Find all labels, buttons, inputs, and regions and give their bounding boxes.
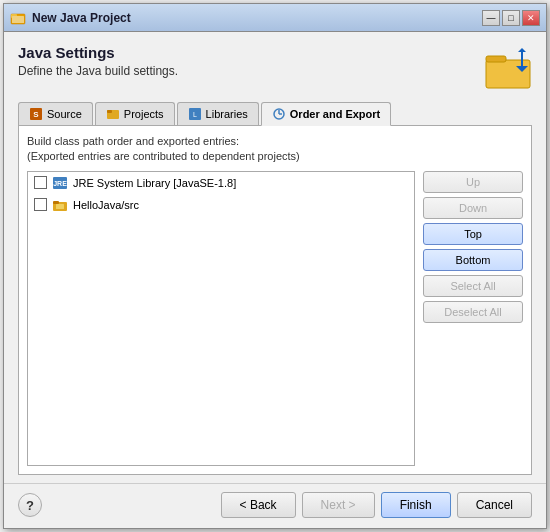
bottom-right: < Back Next > Finish Cancel [221, 492, 532, 518]
entries-list[interactable]: JRE JRE System Library [JavaSE-1.8] [27, 171, 415, 466]
window-title: New Java Project [32, 11, 476, 25]
back-button[interactable]: < Back [221, 492, 296, 518]
tab-libraries[interactable]: L Libraries [177, 102, 259, 125]
libraries-tab-icon: L [188, 107, 202, 121]
svg-rect-6 [521, 52, 523, 66]
description-line2: (Exported entries are contributed to dep… [27, 149, 523, 164]
up-button[interactable]: Up [423, 171, 523, 193]
svg-text:JRE: JRE [53, 180, 67, 187]
tab-source-label: Source [47, 108, 82, 120]
bottom-bar: ? < Back Next > Finish Cancel [4, 483, 546, 528]
tab-order-export-label: Order and Export [290, 108, 380, 120]
page-title: Java Settings [18, 44, 178, 61]
header-icon [484, 44, 532, 92]
description-block: Build class path order and exported entr… [27, 134, 523, 165]
close-button[interactable]: ✕ [522, 10, 540, 26]
maximize-button[interactable]: □ [502, 10, 520, 26]
help-button[interactable]: ? [18, 493, 42, 517]
tab-order-export[interactable]: Order and Export [261, 102, 391, 126]
deselect-all-button[interactable]: Deselect All [423, 301, 523, 323]
svg-rect-21 [56, 204, 64, 209]
tab-projects-label: Projects [124, 108, 164, 120]
description-line1: Build class path order and exported entr… [27, 134, 523, 149]
svg-rect-4 [486, 56, 506, 62]
main-panel: Build class path order and exported entr… [18, 126, 532, 475]
cancel-button[interactable]: Cancel [457, 492, 532, 518]
src-checkbox[interactable] [34, 198, 47, 211]
page-subtitle: Define the Java build settings. [18, 64, 178, 78]
next-button[interactable]: Next > [302, 492, 375, 518]
window-controls: — □ ✕ [482, 10, 540, 26]
down-button[interactable]: Down [423, 197, 523, 219]
jre-checkbox[interactable] [34, 176, 47, 189]
select-all-button[interactable]: Select All [423, 275, 523, 297]
top-button[interactable]: Top [423, 223, 523, 245]
svg-text:S: S [33, 110, 39, 119]
svg-text:L: L [193, 111, 197, 118]
title-bar: New Java Project — □ ✕ [4, 4, 546, 32]
src-folder-icon [52, 197, 68, 213]
bottom-button[interactable]: Bottom [423, 249, 523, 271]
jre-label: JRE System Library [JavaSE-1.8] [73, 177, 236, 189]
main-window: New Java Project — □ ✕ Java Settings Def… [3, 3, 547, 529]
src-label: HelloJava/src [73, 199, 139, 211]
svg-rect-11 [107, 110, 112, 113]
svg-marker-5 [518, 48, 526, 52]
action-buttons: Up Down Top Bottom Select All Deselect A… [423, 171, 523, 466]
list-item-src[interactable]: HelloJava/src [28, 194, 414, 216]
tab-projects[interactable]: Projects [95, 102, 175, 125]
panel-body: JRE JRE System Library [JavaSE-1.8] [27, 171, 523, 466]
source-tab-icon: S [29, 107, 43, 121]
tab-source[interactable]: S Source [18, 102, 93, 125]
list-item-jre[interactable]: JRE JRE System Library [JavaSE-1.8] [28, 172, 414, 194]
tab-libraries-label: Libraries [206, 108, 248, 120]
bottom-left: ? [18, 493, 42, 517]
tab-bar: S Source Projects L Libraries [18, 102, 532, 126]
svg-rect-2 [12, 16, 24, 23]
minimize-button[interactable]: — [482, 10, 500, 26]
projects-tab-icon [106, 107, 120, 121]
content-area: Java Settings Define the Java build sett… [4, 32, 546, 483]
svg-rect-20 [53, 201, 59, 204]
svg-rect-3 [486, 60, 530, 88]
order-export-tab-icon [272, 107, 286, 121]
page-header: Java Settings Define the Java build sett… [18, 44, 532, 92]
finish-button[interactable]: Finish [381, 492, 451, 518]
window-icon [10, 10, 26, 26]
header-text-block: Java Settings Define the Java build sett… [18, 44, 178, 78]
jre-icon: JRE [52, 175, 68, 191]
